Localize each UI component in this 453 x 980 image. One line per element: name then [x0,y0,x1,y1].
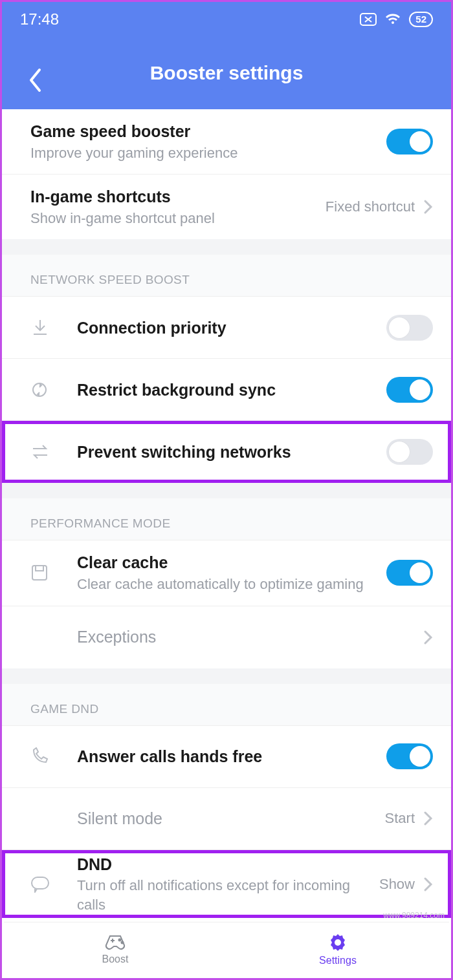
nav-settings-label: Settings [319,955,357,966]
clear-cache-title: Clear cache [77,552,386,573]
watermark: www.989214.com [383,911,445,920]
chevron-right-icon [423,630,433,645]
connection-priority-row[interactable]: Connection priority [2,297,451,359]
restrict-sync-row[interactable]: Restrict background sync [2,359,451,421]
restrict-sync-title: Restrict background sync [77,379,386,401]
status-icons: 52 [360,12,433,27]
answer-calls-toggle[interactable] [386,743,433,769]
svg-rect-2 [32,566,47,580]
network-header: NETWORK SPEED BOOST [2,255,451,297]
silent-mode-row[interactable]: Silent mode Start [2,788,451,850]
nav-boost[interactable]: Boost [4,922,226,976]
connection-priority-title: Connection priority [77,317,386,339]
section-gap [2,483,451,498]
back-icon[interactable] [28,68,42,92]
chevron-right-icon [423,877,433,892]
gamepad-icon [104,934,127,951]
game-booster-row[interactable]: Game speed booster Improve your gaming e… [2,109,451,175]
answer-calls-row[interactable]: Answer calls hands free [2,726,451,788]
gear-icon [328,933,348,952]
section-gap [2,668,451,684]
status-bar: 17:48 52 [2,2,451,37]
svg-rect-3 [36,566,43,571]
prevent-switching-toggle[interactable] [386,439,433,465]
shortcuts-value: Fixed shortcut [326,198,415,215]
section-gap [2,239,451,255]
dnd-row[interactable]: DND Turn off all notifications except fo… [2,850,451,919]
shortcuts-sub: Show in-game shortcut panel [30,209,326,228]
prevent-switching-title: Prevent switching networks [77,442,386,463]
clear-cache-row[interactable]: Clear cache Clear cache automatically to… [2,540,451,606]
dnd-value: Show [379,876,415,893]
wifi-icon [384,13,401,26]
battery-icon: 52 [409,12,433,27]
game-booster-sub: Improve your gaming experience [30,144,386,163]
save-icon [30,564,77,582]
download-icon [30,318,77,337]
chevron-right-icon [423,199,433,215]
svg-point-8 [119,939,121,941]
exceptions-title: Exceptions [77,626,423,648]
swap-icon [30,444,77,460]
svg-rect-4 [32,877,49,889]
dnd-header: GAME DND [2,684,451,726]
nav-settings[interactable]: Settings [226,922,449,976]
svg-point-9 [122,941,124,943]
game-booster-toggle[interactable] [386,129,433,154]
app-header: Booster settings [2,37,451,109]
chat-icon [30,876,77,893]
silent-mode-title: Silent mode [77,808,385,829]
exceptions-row[interactable]: Exceptions [2,606,451,668]
performance-header: PERFORMANCE MODE [2,498,451,540]
nav-boost-label: Boost [102,953,129,965]
shortcuts-title: In-game shortcuts [30,186,326,208]
prevent-switching-row[interactable]: Prevent switching networks [2,421,451,483]
dnd-title: DND [77,854,379,875]
shortcuts-row[interactable]: In-game shortcuts Show in-game shortcut … [2,175,451,239]
answer-calls-title: Answer calls hands free [77,746,386,767]
dnd-sub: Turn off all notifications except for in… [77,876,379,914]
restrict-sync-toggle[interactable] [386,377,433,403]
silent-mode-value: Start [385,810,415,827]
sync-icon [30,381,77,399]
chevron-right-icon [423,811,433,826]
clear-cache-toggle[interactable] [386,560,433,586]
page-title: Booster settings [150,62,304,84]
clear-cache-sub: Clear cache automatically to optimize ga… [77,575,386,594]
connection-priority-toggle[interactable] [386,315,433,341]
game-booster-title: Game speed booster [30,121,386,142]
bottom-nav: Boost Settings [4,922,449,976]
sim-off-icon [360,13,377,26]
phone-icon [30,747,77,765]
status-time: 17:48 [20,10,59,28]
